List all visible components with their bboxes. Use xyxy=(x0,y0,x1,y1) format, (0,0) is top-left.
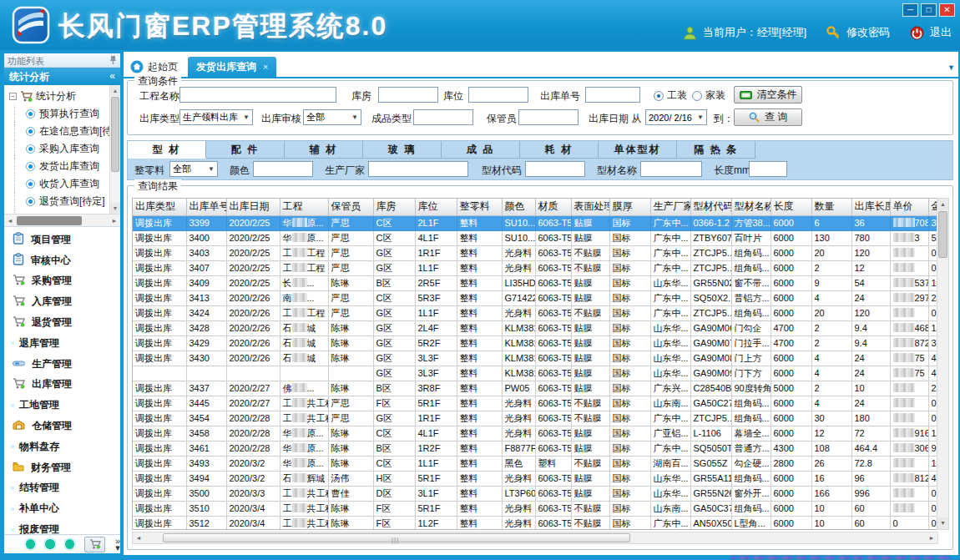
length-input[interactable] xyxy=(749,161,787,177)
manufacturer-input[interactable] xyxy=(368,161,468,177)
table-row[interactable]: 调拨出库35122020/3/4工共工程陈琳F区1L2F整料光身料6063-T5… xyxy=(133,516,938,530)
table-row[interactable]: G区3L3F整料KLM38176063-T5贴膜国标山东华...GA90M09.… xyxy=(133,366,938,381)
scroll-thumb[interactable] xyxy=(938,211,947,258)
module-dot-icon[interactable] xyxy=(65,539,74,549)
column-header-单价[interactable]: 单价 xyxy=(890,199,928,215)
column-header-生产厂家[interactable]: 生产厂家 xyxy=(650,199,690,215)
stat-group-header[interactable]: 统计分析 « xyxy=(4,68,120,85)
project-name-input[interactable] xyxy=(179,87,336,103)
profile-name-input[interactable] xyxy=(640,161,702,177)
column-header-出库长度[interactable]: 出库长度 xyxy=(851,199,890,215)
tree-vertical-scrollbar[interactable]: ▲ ▼ xyxy=(109,85,120,214)
date-from-dropdown[interactable]: 2020/ 2/16▼ xyxy=(645,109,707,125)
table-row[interactable]: 调拨出库34092020/2/25长...陈琳B区2R5F整料LI35HD606… xyxy=(133,275,938,290)
scroll-down-icon[interactable]: ▼ xyxy=(110,203,120,214)
tab-close-icon[interactable]: × xyxy=(263,62,268,72)
sidebar-module-仓储管理[interactable]: 仓储管理 xyxy=(4,416,120,436)
scroll-down-icon[interactable]: ▼ xyxy=(937,517,948,529)
table-vertical-scrollbar[interactable]: ▲ ▼ xyxy=(937,198,949,530)
product-type-input[interactable] xyxy=(413,109,473,125)
table-row[interactable]: 调拨出库34032020/2/25工工程严思G区1R1F整料光身料6063-T5… xyxy=(133,245,938,260)
column-header-型材名称[interactable]: 型材名称 xyxy=(731,199,771,215)
table-horizontal-scrollbar[interactable]: ◄ ||| ► xyxy=(132,532,938,544)
table-row[interactable]: 调拨出库34932020/3/2华原...陈琳C区1L1F整料黑色塑料不贴膜国标… xyxy=(133,456,938,471)
table-row[interactable]: 调拨出库34292020/2/26石城陈琳G区5R2F整料KLM38176063… xyxy=(133,335,938,351)
tree-item-在途信息查询[待[interactable]: 在途信息查询[待 xyxy=(4,123,120,140)
column-header-型材代码[interactable]: 型材代码 xyxy=(690,199,731,215)
scroll-up-icon[interactable]: ▲ xyxy=(937,199,948,210)
scroll-thumb[interactable] xyxy=(111,97,119,172)
sidebar-module-补单中心[interactable]: 补单中心 xyxy=(4,498,120,519)
sidebar-module-采购管理[interactable]: 采购管理 xyxy=(4,271,120,292)
cart-toolbar-button[interactable] xyxy=(84,537,105,552)
material-tab-玻璃[interactable]: 玻 璃 xyxy=(363,141,442,159)
color-input[interactable] xyxy=(253,161,313,177)
maximize-button[interactable]: □ xyxy=(921,3,937,17)
table-row[interactable]: 调拨出库34242020/2/26工工程严思G区1L1F整料光身料6063-T5… xyxy=(133,305,938,320)
column-header-保管员[interactable]: 保管员 xyxy=(328,199,373,215)
material-tab-配件[interactable]: 配 件 xyxy=(206,141,285,159)
keeper-input[interactable] xyxy=(518,109,579,125)
table-row[interactable]: 调拨出库33992020/2/25华原...严思C区2L1F整料SU10...6… xyxy=(133,215,938,230)
sidebar-module-财务管理[interactable]: 财务管理 xyxy=(4,457,120,478)
column-header-库位[interactable]: 库位 xyxy=(415,199,457,215)
collapse-icon[interactable]: « xyxy=(109,70,115,82)
sidebar-module-生产管理[interactable]: 生产管理 xyxy=(4,354,120,375)
table-row[interactable]: 调拨出库34452020/2/27工共工程严思F区5R1F整料光身料6063-T… xyxy=(133,396,938,411)
sidebar-module-工地管理[interactable]: 工地管理 xyxy=(4,395,120,416)
clear-conditions-button[interactable]: 清空条件 xyxy=(734,86,802,103)
tree-item-退货查询[待定][interactable]: 退货查询[待定] xyxy=(4,193,120,210)
sidebar-module-审核中心[interactable]: 审核中心 xyxy=(4,250,120,271)
column-header-材质[interactable]: 材质 xyxy=(535,199,571,215)
material-tab-辅材[interactable]: 辅 材 xyxy=(285,141,363,159)
table-row[interactable]: 调拨出库34282020/2/26石城陈琳G区2L4F整料KLM38176063… xyxy=(133,320,938,335)
sidebar-module-退货管理[interactable]: 退货管理 xyxy=(4,312,120,333)
material-tab-成品[interactable]: 成 品 xyxy=(442,141,520,159)
table-row[interactable]: 调拨出库34942020/3/2石辉城汤伟H区5R1F整料光身料6063-T5贴… xyxy=(133,471,938,486)
sidebar-module-入库管理[interactable]: 入库管理 xyxy=(4,291,120,312)
column-header-膜厚[interactable]: 膜厚 xyxy=(609,199,650,215)
radio-jiazhuang[interactable]: 家装 xyxy=(692,88,725,103)
sidebar-module-出库管理[interactable]: 出库管理 xyxy=(4,375,120,396)
column-header-出库单号[interactable]: 出库单号 xyxy=(186,199,226,215)
logout-link[interactable]: 退出 xyxy=(930,25,952,40)
change-password-link[interactable]: 修改密码 xyxy=(846,25,890,40)
table-row[interactable]: 调拨出库35002020/3/3工共工程曹佳D区3L1F整料LT3P606063… xyxy=(133,486,938,501)
sidebar-module-物料盘存[interactable]: 物料盘存 xyxy=(4,436,120,457)
table-row[interactable]: 调拨出库34132020/2/26南...严思C区5R3F整料G71422606… xyxy=(133,290,938,305)
material-tab-隔热条[interactable]: 隔 热 条 xyxy=(677,141,755,159)
material-tab-单体型材[interactable]: 单体型材 xyxy=(599,141,677,159)
sidebar-module-项目管理[interactable]: 项目管理 xyxy=(4,230,120,250)
minimize-button[interactable]: ─ xyxy=(902,3,918,17)
column-header-出库日期[interactable]: 出库日期 xyxy=(226,199,280,215)
order-no-input[interactable] xyxy=(585,87,640,103)
radio-gongzhuang[interactable]: 工装 xyxy=(654,88,687,103)
material-tab-型材[interactable]: 型 材 xyxy=(128,141,206,159)
table-row[interactable]: 调拨出库34612020/2/28华原...陈琳B区1R2F整料F8877FT6… xyxy=(133,441,938,456)
pin-icon[interactable] xyxy=(109,55,117,65)
column-header-颜色[interactable]: 颜色 xyxy=(502,199,535,215)
module-dot-icon[interactable] xyxy=(26,539,35,549)
search-button[interactable]: 查 询 xyxy=(734,108,802,126)
scroll-left-icon[interactable]: ◄ xyxy=(4,218,16,224)
scroll-up-icon[interactable]: ▲ xyxy=(110,85,120,96)
column-header-出库类型[interactable]: 出库类型 xyxy=(133,199,186,215)
scroll-thumb[interactable] xyxy=(17,216,82,225)
table-row[interactable]: 调拨出库34582020/2/28华原...陈琳C区4L1F整料光身料6063-… xyxy=(133,426,938,441)
column-header-整零料[interactable]: 整零料 xyxy=(457,199,502,215)
table-row[interactable]: 调拨出库35102020/3/4工共工程陈琳F区5R1F整料光身料6063-T5… xyxy=(133,501,938,516)
scroll-thumb[interactable]: ||| xyxy=(163,533,630,542)
scroll-right-icon[interactable]: ► xyxy=(926,535,937,541)
tree-root[interactable]: − 统计分析 xyxy=(4,85,120,105)
sidebar-module-结转管理[interactable]: 结转管理 xyxy=(4,478,120,499)
table-row[interactable]: 调拨出库34072020/2/25工工程严思G区1L1F整料光身料6063-T5… xyxy=(133,260,938,275)
column-header-数量[interactable]: 数量 xyxy=(811,199,851,215)
table-row[interactable]: 调拨出库34002020/2/25华原...严思C区4L1F整料SU10...6… xyxy=(133,230,938,245)
table-row[interactable]: 调拨出库34302020/2/26石城陈琳G区3L3F整料KLM38176063… xyxy=(133,351,938,366)
zhengling-dropdown[interactable]: 全部▼ xyxy=(169,161,218,177)
column-header-长度[interactable]: 长度 xyxy=(771,199,811,215)
tree-expand-icon[interactable]: − xyxy=(9,93,17,100)
column-header-表面处理[interactable]: 表面处理 xyxy=(571,199,609,215)
location-input[interactable] xyxy=(468,87,528,103)
audit-dropdown[interactable]: 全部▼ xyxy=(303,109,361,125)
